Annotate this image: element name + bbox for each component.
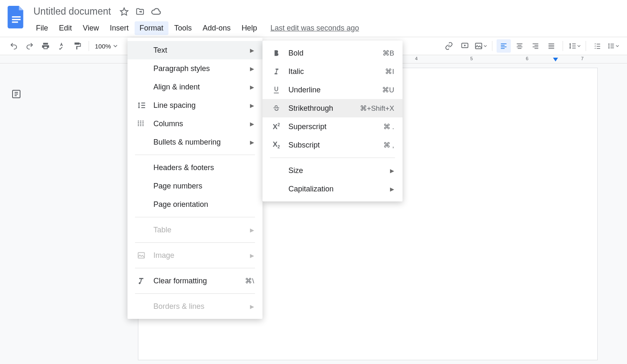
- menu-label: Image: [153, 251, 174, 260]
- move-folder-icon[interactable]: [135, 7, 145, 17]
- format-menu-columns[interactable]: Columns ▶: [127, 115, 263, 133]
- menu-addons[interactable]: Add-ons: [198, 21, 236, 35]
- spellcheck-button[interactable]: [54, 39, 69, 53]
- insert-image-button[interactable]: [474, 39, 488, 53]
- format-menu-line-spacing[interactable]: Line spacing ▶: [127, 96, 263, 115]
- svg-point-26: [608, 47, 609, 48]
- menu-separator: [135, 293, 255, 294]
- menu-view[interactable]: View: [78, 21, 104, 35]
- svg-rect-6: [501, 43, 507, 44]
- menu-file[interactable]: File: [31, 21, 53, 35]
- sub-icon: X2: [271, 140, 282, 150]
- bulleted-list-button[interactable]: [606, 39, 620, 53]
- menu-label: Clear formatting: [153, 277, 207, 285]
- menu-format[interactable]: Format: [135, 21, 168, 35]
- submenu-arrow-icon: ▶: [240, 47, 254, 53]
- menu-separator: [135, 242, 255, 243]
- format-menu-align-indent[interactable]: Align & indent ▶: [127, 78, 263, 96]
- last-edit-link[interactable]: Last edit was seconds ago: [270, 24, 359, 33]
- text-menu-bold[interactable]: Bold ⌘B: [263, 44, 403, 62]
- line-spacing-button[interactable]: [567, 39, 581, 53]
- image-icon: [136, 250, 147, 261]
- svg-rect-11: [518, 45, 522, 46]
- svg-rect-35: [138, 125, 139, 126]
- svg-rect-0: [12, 16, 21, 18]
- svg-rect-23: [611, 44, 614, 45]
- chevron-down-icon: [113, 44, 117, 48]
- svg-rect-8: [501, 47, 507, 48]
- menu-help[interactable]: Help: [237, 21, 262, 35]
- menu-insert[interactable]: Insert: [105, 21, 134, 35]
- format-menu-text[interactable]: Text ▶: [127, 41, 263, 59]
- svg-rect-7: [501, 45, 505, 46]
- print-button[interactable]: [38, 39, 53, 53]
- doc-title-input[interactable]: Untitled document: [31, 5, 113, 18]
- align-right-button[interactable]: [528, 39, 543, 53]
- redo-button[interactable]: [23, 39, 37, 53]
- text-menu-subscript[interactable]: X2 Subscript ⌘ ,: [263, 136, 403, 154]
- columns-icon: [136, 118, 147, 129]
- comment-button[interactable]: [458, 39, 472, 53]
- svg-rect-2: [12, 21, 18, 23]
- checklist-button[interactable]: [590, 39, 604, 53]
- outline-toggle-button[interactable]: [10, 88, 23, 100]
- text-menu-italic[interactable]: Italic ⌘I: [263, 62, 403, 81]
- toolbar-separator: [563, 41, 563, 51]
- format-menu-page-numbers[interactable]: Page numbers: [127, 177, 263, 195]
- shortcut-label: ⌘I: [375, 67, 394, 76]
- submenu-arrow-icon: ▶: [240, 121, 254, 127]
- svg-rect-19: [548, 45, 554, 46]
- undo-button[interactable]: [7, 39, 21, 53]
- cloud-status-icon[interactable]: [151, 7, 161, 17]
- zoom-select[interactable]: 100%: [92, 43, 120, 50]
- toolbar-separator: [492, 41, 492, 51]
- header-main: Untitled document File Edit View Insert …: [31, 3, 627, 35]
- align-center-button[interactable]: [512, 39, 527, 53]
- text-menu-size[interactable]: Size ▶: [263, 161, 403, 180]
- text-menu-capitalization[interactable]: Capitalization ▶: [263, 180, 403, 198]
- format-menu-clear-formatting[interactable]: Clear formatting ⌘\: [127, 272, 263, 290]
- menu-label: Borders & lines: [153, 302, 204, 311]
- ruler-number: 7: [581, 56, 584, 61]
- menu-label: Headers & footers: [153, 163, 214, 172]
- shortcut-label: ⌘U: [372, 86, 394, 94]
- clear-format-icon: [136, 275, 147, 286]
- link-button[interactable]: [442, 39, 456, 53]
- paint-format-button[interactable]: [70, 39, 84, 53]
- format-menu-page-orientation[interactable]: Page orientation: [127, 195, 263, 214]
- italic-icon: [271, 66, 282, 77]
- menu-separator: [270, 158, 395, 158]
- star-icon[interactable]: [119, 7, 129, 17]
- menu-tools[interactable]: Tools: [169, 21, 197, 35]
- align-justify-button[interactable]: [544, 39, 558, 53]
- submenu-arrow-icon: ▶: [240, 227, 254, 233]
- svg-rect-34: [138, 124, 139, 125]
- format-menu-paragraph-styles[interactable]: Paragraph styles ▶: [127, 59, 263, 78]
- text-menu-superscript[interactable]: X2 Superscript ⌘ .: [263, 117, 403, 136]
- text-menu-underline[interactable]: Underline ⌘U: [263, 81, 403, 99]
- svg-rect-18: [548, 43, 554, 44]
- svg-rect-36: [140, 121, 141, 122]
- svg-rect-1: [12, 19, 21, 20]
- shortcut-label: ⌘+Shift+X: [350, 104, 394, 113]
- menu-label: Columns: [153, 120, 183, 128]
- text-submenu-dropdown: Bold ⌘B Italic ⌘I Underline ⌘U Strikethr…: [263, 41, 403, 201]
- toolbar-separator: [89, 41, 89, 51]
- align-left-button[interactable]: [497, 39, 511, 53]
- menu-label: Strikethrough: [288, 104, 333, 113]
- ruler-right-margin-marker[interactable]: [553, 58, 558, 61]
- menu-label: Italic: [288, 67, 304, 76]
- menu-separator: [135, 217, 255, 217]
- menu-edit[interactable]: Edit: [54, 21, 77, 35]
- svg-rect-13: [518, 48, 522, 49]
- format-menu-headers-footers[interactable]: Headers & footers: [127, 158, 263, 177]
- svg-rect-25: [611, 46, 614, 46]
- format-menu-bullets[interactable]: Bullets & numbering ▶: [127, 133, 263, 151]
- toolbar-separator: [586, 41, 586, 51]
- submenu-arrow-icon: ▶: [240, 84, 254, 90]
- text-menu-strikethrough[interactable]: Strikethrough ⌘+Shift+X: [263, 99, 403, 117]
- svg-point-22: [608, 43, 609, 45]
- docs-logo[interactable]: [8, 6, 25, 28]
- submenu-arrow-icon: ▶: [240, 303, 254, 310]
- svg-rect-14: [533, 43, 538, 44]
